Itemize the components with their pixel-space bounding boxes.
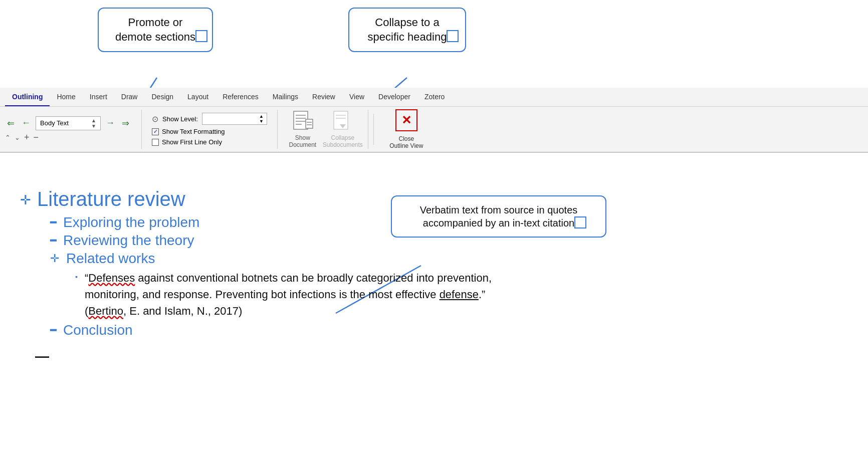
ribbon-bottom-divider <box>0 152 868 152</box>
show-text-formatting-checkbox[interactable]: ✓ <box>152 128 159 135</box>
svg-rect-11 <box>334 111 348 129</box>
document-group: ShowDocument CollapseSubdocuments <box>278 110 368 149</box>
reviewing-dash-icon: ━ <box>50 235 56 247</box>
document-content: ✛ Literature review ━ Exploring the prob… <box>0 178 868 451</box>
bottom-dash: — <box>35 348 848 364</box>
exploring-dash-icon: ━ <box>50 216 56 229</box>
ribbon: Outlining Home Insert Draw Design Layout… <box>0 88 868 153</box>
show-level-input[interactable]: ▲ ▼ <box>202 113 267 125</box>
tabs-row: Outlining Home Insert Draw Design Layout… <box>0 88 868 107</box>
callout-promote: Promote or demote sections <box>98 8 213 52</box>
tab-outlining[interactable]: Outlining <box>5 88 50 106</box>
show-level-label: Show Level: <box>162 115 198 123</box>
collapse-button[interactable]: − <box>34 132 39 143</box>
conclusion-text: Conclusion <box>63 322 133 338</box>
show-first-line-only-label: Show First Line Only <box>162 138 222 146</box>
tab-mailings[interactable]: Mailings <box>266 88 305 106</box>
lit-review-title: Literature review <box>37 188 185 210</box>
callout-collapse: Collapse to a specific heading <box>348 8 466 52</box>
show-level-icon: ⊙ <box>152 114 158 124</box>
move-down-button[interactable]: ⌄ <box>15 134 20 141</box>
reviewing-text: Reviewing the theory <box>63 233 194 249</box>
show-level-row: ⊙ Show Level: ▲ ▼ <box>152 113 267 125</box>
show-document-button[interactable]: ShowDocument <box>288 110 318 148</box>
conclusion-dash-icon: ━ <box>50 324 56 336</box>
close-outline-group: ✕ CloseOutline View <box>379 110 434 149</box>
squiggly-bertino: Bertino <box>88 305 123 317</box>
tab-draw[interactable]: Draw <box>114 88 145 106</box>
collapse-subdocuments-label: CollapseSubdocuments <box>323 134 363 148</box>
outline-level-dropdown[interactable]: Body Text ▲ ▼ <box>36 116 101 130</box>
tab-review[interactable]: Review <box>305 88 342 106</box>
close-outline-view-button[interactable]: ✕ CloseOutline View <box>389 109 424 149</box>
tab-insert[interactable]: Insert <box>83 88 114 106</box>
callout-collapse-text: Collapse to a specific heading <box>368 16 447 43</box>
close-outline-view-icon: ✕ <box>395 109 417 131</box>
svg-rect-8 <box>306 119 313 128</box>
defense-underline: defense <box>440 288 479 301</box>
collapse-subdocuments-button[interactable]: CollapseSubdocuments <box>328 110 358 148</box>
show-level-group: ⊙ Show Level: ▲ ▼ ✓ Show Text Formatting… <box>142 110 278 149</box>
outline-item-exploring: ━ Exploring the problem <box>50 214 848 231</box>
quote-bullet-icon: ▪ <box>75 273 78 281</box>
outline-promote-demote-row: ⇐ ← Body Text ▲ ▼ → ⇒ <box>5 116 131 130</box>
related-expand-icon[interactable]: ✛ <box>50 252 59 265</box>
show-level-arrows: ▲ ▼ <box>259 114 264 124</box>
show-text-formatting-row: ✓ Show Text Formatting <box>152 128 267 135</box>
level-select-arrows: ▲ ▼ <box>91 118 96 129</box>
show-text-formatting-label: Show Text Formatting <box>162 128 225 135</box>
demote-to-body-button[interactable]: ⇒ <box>120 117 131 130</box>
outline-item-related: ✛ Related works <box>50 251 848 267</box>
demote-button[interactable]: → <box>104 117 117 129</box>
show-first-line-only-row: Show First Line Only <box>152 138 267 146</box>
ribbon-divider-vertical <box>373 114 374 145</box>
tab-home[interactable]: Home <box>50 88 82 106</box>
outline-level-group: ⇐ ← Body Text ▲ ▼ → ⇒ ⌃ ⌄ + − <box>5 110 142 149</box>
show-document-label: ShowDocument <box>289 134 316 148</box>
related-text: Related works <box>66 251 155 267</box>
move-up-button[interactable]: ⌃ <box>5 134 11 141</box>
show-first-line-only-checkbox[interactable] <box>152 139 159 146</box>
expand-button[interactable]: + <box>24 132 30 143</box>
close-outline-view-label: CloseOutline View <box>389 135 423 149</box>
tab-references[interactable]: References <box>215 88 266 106</box>
tab-design[interactable]: Design <box>144 88 180 106</box>
outline-quote-entry: ▪ “Defenses against conventional botnets… <box>75 270 848 319</box>
promote-2-levels-button[interactable]: ⇐ <box>5 117 17 130</box>
outline-item-reviewing: ━ Reviewing the theory <box>50 233 848 249</box>
outline-move-row: ⌃ ⌄ + − <box>5 132 131 143</box>
tab-zotero[interactable]: Zotero <box>417 88 452 106</box>
promote-button[interactable]: ← <box>20 117 33 129</box>
tab-view[interactable]: View <box>342 88 371 106</box>
ribbon-controls: ⇐ ← Body Text ▲ ▼ → ⇒ ⌃ ⌄ + − <box>0 107 868 152</box>
quote-text-block: “Defenses against conventional botnets c… <box>85 270 526 319</box>
outline-level-value: Body Text <box>40 119 69 127</box>
outline-item-conclusion: ━ Conclusion <box>50 322 848 338</box>
tab-layout[interactable]: Layout <box>180 88 215 106</box>
collapse-subdocuments-icon <box>332 110 354 132</box>
tab-developer[interactable]: Developer <box>371 88 417 106</box>
lit-review-heading: ✛ Literature review <box>20 188 848 210</box>
exploring-text: Exploring the problem <box>63 214 199 231</box>
show-document-icon <box>292 110 314 132</box>
lit-review-expand-icon[interactable]: ✛ <box>20 192 31 208</box>
callout-promote-text: Promote or demote sections <box>115 16 195 43</box>
squiggly-defenses: Defenses <box>88 272 135 284</box>
